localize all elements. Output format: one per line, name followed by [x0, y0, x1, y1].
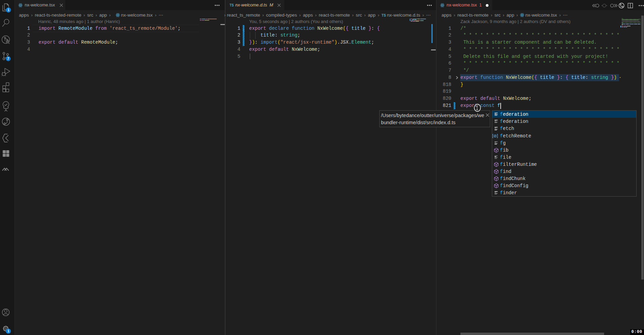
svg-text:7: 7: [7, 57, 9, 61]
svg-text:1: 1: [7, 8, 9, 12]
svg-text:1: 1: [7, 329, 9, 333]
